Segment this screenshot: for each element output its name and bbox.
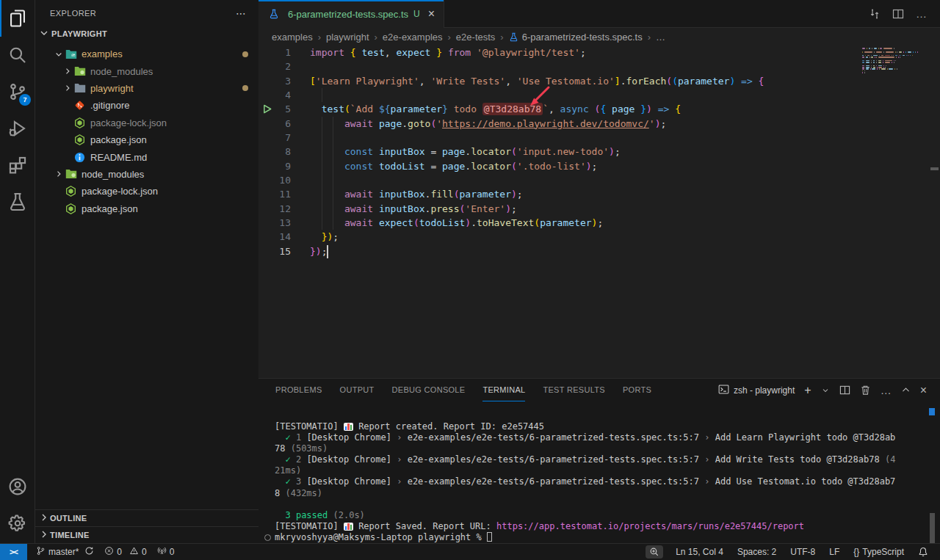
notifications-bell-icon[interactable] bbox=[916, 544, 930, 560]
node-icon bbox=[73, 134, 86, 146]
panel-tab-terminal[interactable]: TERMINAL bbox=[482, 379, 525, 401]
code-token: { bbox=[759, 76, 764, 87]
kill-terminal-icon[interactable] bbox=[860, 385, 871, 396]
terminal-text: 8 bbox=[275, 488, 285, 498]
panel-tab-debug-console[interactable]: DEBUG CONSOLE bbox=[392, 379, 466, 401]
close-icon[interactable]: × bbox=[428, 8, 435, 20]
split-editor-icon[interactable] bbox=[892, 8, 904, 20]
tree-item-package-json[interactable]: package.json bbox=[35, 200, 258, 217]
ports-item[interactable]: 0 bbox=[156, 544, 176, 560]
terminal-text bbox=[275, 510, 285, 520]
tree-item-examples[interactable]: examples bbox=[35, 46, 258, 62]
activitybar-settings[interactable] bbox=[0, 505, 35, 542]
run-test-play-button[interactable] bbox=[263, 104, 272, 116]
maximize-panel-icon[interactable] bbox=[901, 385, 911, 395]
breadcrumb: examples›playwright›e2e-examples›e2e-tes… bbox=[258, 28, 940, 46]
code-token: '.todo-list' bbox=[517, 161, 586, 172]
line-number: 14 bbox=[258, 230, 291, 244]
terminal-link[interactable]: https://app.testomat.io/projects/mars/ru… bbox=[496, 521, 804, 531]
open-changes-icon[interactable] bbox=[869, 8, 881, 20]
cursor-position[interactable]: Ln 15, Col 4 bbox=[674, 544, 725, 560]
code-token: ) bbox=[586, 161, 592, 172]
test-id-tag: @T3d28ab78 bbox=[482, 103, 543, 115]
code-line-4 bbox=[310, 88, 859, 102]
code-token: todoList bbox=[419, 217, 466, 228]
code-token: inputBox bbox=[379, 203, 425, 214]
section-timeline[interactable]: TIMELINE bbox=[35, 526, 258, 543]
code-token: ( bbox=[344, 103, 350, 114]
activitybar-run-and-debug[interactable] bbox=[0, 110, 35, 147]
terminal-instance[interactable]: zsh - playwright bbox=[718, 384, 795, 397]
breadcrumb-item[interactable]: e2e-tests bbox=[456, 32, 495, 43]
panel-tab-output[interactable]: OUTPUT bbox=[340, 379, 375, 401]
code-token: ( bbox=[666, 76, 672, 87]
screencast-zoom-indicator[interactable] bbox=[646, 545, 663, 559]
code-token: page bbox=[442, 161, 465, 172]
terminal-output[interactable]: [TESTOMATIO] Report created. Report ID: … bbox=[275, 421, 925, 543]
code-token: ) bbox=[609, 146, 615, 157]
code-token bbox=[310, 189, 344, 200]
code-token bbox=[735, 76, 741, 87]
code-token: test bbox=[322, 103, 344, 114]
more-actions-icon[interactable]: … bbox=[916, 7, 927, 20]
split-terminal-icon[interactable] bbox=[839, 385, 850, 396]
code-line-10 bbox=[310, 173, 859, 187]
terminal-text: (2.0s) bbox=[333, 510, 364, 520]
terminal-scrollbar[interactable] bbox=[929, 401, 935, 543]
remote-indicator[interactable]: >< bbox=[0, 544, 27, 560]
code-token bbox=[606, 103, 612, 114]
more-actions-icon[interactable]: … bbox=[881, 384, 892, 396]
code-line-8: const inputBox = page.locator('input.new… bbox=[310, 145, 859, 159]
activitybar-search[interactable] bbox=[0, 37, 35, 73]
breadcrumb-file[interactable]: 6-parametrized-tests.spec.ts bbox=[522, 32, 643, 43]
activitybar-explorer[interactable] bbox=[0, 0, 35, 37]
editor-cursor bbox=[327, 245, 328, 258]
activitybar-extensions[interactable] bbox=[0, 147, 35, 183]
more-actions-icon[interactable]: ⋯ bbox=[236, 7, 247, 19]
close-panel-icon[interactable]: × bbox=[920, 384, 927, 397]
problems-item[interactable]: 0 0 bbox=[103, 544, 148, 560]
panel-tab-ports[interactable]: PORTS bbox=[623, 379, 651, 401]
tree-item-node-modules[interactable]: node_modules bbox=[35, 62, 258, 79]
tree-item-package-lock-json[interactable]: package-lock.json bbox=[35, 114, 258, 131]
activitybar-source-control[interactable]: 7 bbox=[0, 73, 35, 110]
code-editor[interactable]: 123456789101112131415 import { test, exp… bbox=[258, 46, 940, 378]
section-outline[interactable]: OUTLINE bbox=[35, 509, 258, 526]
new-terminal-button[interactable]: + bbox=[804, 384, 811, 397]
indentation[interactable]: Spaces: 2 bbox=[736, 544, 778, 560]
tree-item-label: package-lock.json bbox=[82, 186, 158, 197]
tab-spec-file[interactable]: 6-parametrized-tests.spec.ts U × bbox=[258, 0, 444, 28]
code-line-7 bbox=[310, 131, 859, 145]
tree-item-playwright[interactable]: playwright bbox=[35, 80, 258, 97]
code-token: ( bbox=[534, 217, 540, 228]
git-branch-item[interactable]: master* bbox=[35, 544, 95, 560]
encoding[interactable]: UTF-8 bbox=[789, 544, 817, 560]
breadcrumb-item[interactable]: playwright bbox=[326, 32, 369, 43]
section-playwright[interactable]: PLAYWRIGHT bbox=[35, 26, 258, 42]
eol-sequence[interactable]: LF bbox=[828, 544, 841, 560]
terminal-dropdown-icon[interactable] bbox=[821, 386, 830, 395]
breadcrumb-item[interactable]: examples bbox=[272, 32, 313, 43]
tree-item-node-modules[interactable]: node_modules bbox=[35, 166, 258, 183]
minimap[interactable] bbox=[862, 48, 927, 73]
language-mode[interactable]: {} TypeScript bbox=[852, 544, 905, 560]
panel-tab-test-results[interactable]: TEST RESULTS bbox=[543, 379, 605, 401]
breadcrumb-more[interactable]: … bbox=[656, 32, 665, 43]
code-token: from bbox=[448, 47, 477, 58]
chevron-right-icon bbox=[53, 170, 65, 178]
breadcrumb-item[interactable]: e2e-examples bbox=[383, 32, 443, 43]
code-token: 'Use Testomat.io' bbox=[517, 76, 615, 87]
code-token: expect bbox=[379, 217, 413, 228]
tree-item--gitignore[interactable]: .gitignore bbox=[35, 97, 258, 114]
code-token: await bbox=[344, 203, 373, 214]
tree-item-package-json[interactable]: package.json bbox=[35, 131, 258, 148]
status-bar: >< master* 0 0 0 Ln 15, Col 4 Spaces: 2 … bbox=[0, 543, 940, 560]
line-number: 4 bbox=[258, 88, 291, 102]
scrollbar-thumb[interactable] bbox=[930, 513, 935, 544]
panel-tab-problems[interactable]: PROBLEMS bbox=[275, 379, 322, 401]
activitybar-testing[interactable] bbox=[0, 183, 35, 220]
activitybar-account[interactable] bbox=[0, 468, 35, 505]
code-token bbox=[589, 103, 595, 114]
tree-item-package-lock-json[interactable]: package-lock.json bbox=[35, 183, 258, 200]
tree-item-readme-md[interactable]: README.md bbox=[35, 148, 258, 165]
